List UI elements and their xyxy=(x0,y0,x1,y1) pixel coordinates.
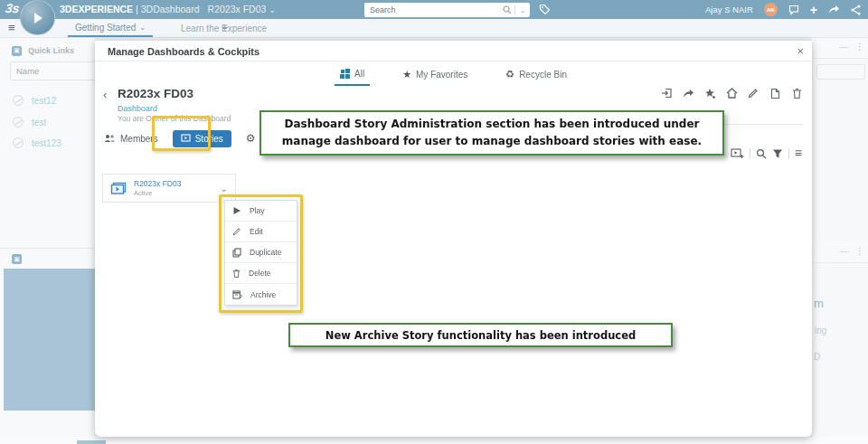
widget-input[interactable] xyxy=(816,64,865,80)
3dcompass-icon[interactable] xyxy=(20,0,55,35)
back-icon[interactable]: ‹ xyxy=(103,88,107,101)
callout-text: New Archive Story functionality has been… xyxy=(326,329,636,342)
widget-header-2: ▣ xyxy=(0,248,95,269)
filter-icon[interactable] xyxy=(772,148,783,159)
list-view-icon[interactable]: ≡ xyxy=(795,149,802,158)
tab-label: My Favorites xyxy=(416,70,467,80)
quick-link-label: test12 xyxy=(32,96,56,106)
search-input[interactable] xyxy=(364,5,500,14)
share-icon[interactable] xyxy=(682,87,694,99)
brand-context[interactable]: R2023x FD03 xyxy=(203,4,267,14)
chat-icon[interactable] xyxy=(788,5,799,15)
tab-recycle-bin[interactable]: ♻ Recycle Bin xyxy=(500,65,572,86)
menu-item-label: Delete xyxy=(249,269,271,278)
menu-item-play[interactable]: Play xyxy=(225,201,297,222)
clipped-text: ing xyxy=(815,326,826,335)
menu-item-delete[interactable]: Delete xyxy=(225,263,297,284)
minimize-icon[interactable]: — xyxy=(840,43,848,52)
clipped-link-text: m xyxy=(814,297,824,310)
menu-item-duplicate[interactable]: Duplicate xyxy=(225,242,297,263)
menu-item-archive[interactable]: Archive xyxy=(225,284,297,305)
tab-my-favorites[interactable]: ★ My Favorites xyxy=(397,65,473,86)
divider xyxy=(750,148,750,159)
search-chevron-icon[interactable]: ⌄ xyxy=(515,6,530,14)
edit-icon xyxy=(232,227,241,236)
dashboard-action-icons xyxy=(660,87,803,99)
annotation-callout-stories: Dashboard Story Administration section h… xyxy=(259,110,724,156)
user-name[interactable]: Ajay S NAIR xyxy=(705,5,753,14)
chevron-down-icon: ⌄ xyxy=(139,24,146,32)
global-search[interactable]: ⌄ xyxy=(364,3,530,17)
leave-dashboard-icon[interactable] xyxy=(660,87,673,99)
minimize-icon[interactable]: — xyxy=(840,247,848,256)
tab-members[interactable]: Members xyxy=(104,134,158,144)
recycle-icon: ♻ xyxy=(505,69,514,80)
manage-dashboards-modal: Manage Dashboards & Cockpits × All ★ My … xyxy=(95,41,812,437)
share-network-icon[interactable] xyxy=(851,5,861,15)
share-arrow-icon[interactable] xyxy=(828,5,840,14)
story-title: R2023x FD03 xyxy=(134,179,221,188)
close-icon[interactable]: × xyxy=(797,44,804,58)
dassault-logo-icon: 3s xyxy=(5,1,21,15)
add-story-icon[interactable] xyxy=(731,148,744,159)
menu-item-label: Duplicate xyxy=(250,248,281,257)
brand-name: 3DEXPERIENCE xyxy=(60,4,133,14)
search-icon[interactable] xyxy=(500,5,514,14)
globe-icon xyxy=(13,117,24,128)
tab-all[interactable]: All xyxy=(335,65,370,86)
add-content-icon[interactable]: + xyxy=(810,4,817,16)
quick-link-item[interactable]: test xyxy=(13,117,46,128)
menu-item-label: Edit xyxy=(250,227,263,236)
tag-icon[interactable] xyxy=(539,4,551,15)
bottom-strip xyxy=(0,437,868,444)
dashboard-name: R2023x FD03 xyxy=(118,87,193,100)
add-favorite-icon[interactable] xyxy=(703,87,716,99)
chevron-down-icon[interactable]: ⌄ xyxy=(221,184,235,194)
quick-link-item[interactable]: test12 xyxy=(13,95,56,106)
tab-label: Members xyxy=(120,134,158,144)
tab-label: Stories xyxy=(195,134,223,144)
modal-title: Manage Dashboards & Cockpits xyxy=(108,46,259,57)
hamburger-menu-icon[interactable]: ≡ xyxy=(8,22,15,33)
right-widget-strip: — ⋮ — ⋮ m ing D xyxy=(812,38,868,437)
members-icon xyxy=(104,134,116,143)
screen: 3s 3DEXPERIENCE| 3DDashboardR2023x FD03⌄… xyxy=(0,0,868,444)
menu-item-label: Archive xyxy=(250,290,276,299)
widget-header-2: — ⋮ xyxy=(812,242,868,263)
edit-icon[interactable] xyxy=(747,87,760,99)
brand-app: | 3DDashboard xyxy=(133,4,202,14)
quick-link-item[interactable]: test123 xyxy=(13,137,61,148)
tab-label: Getting Started xyxy=(75,23,136,33)
widget-app-icon: ▣ xyxy=(12,46,22,56)
widget-content-block xyxy=(4,269,95,411)
tab-stories[interactable]: Stories xyxy=(173,130,231,147)
kebab-menu-icon[interactable]: ⋮ xyxy=(855,42,864,52)
menu-item-edit[interactable]: Edit xyxy=(225,222,297,242)
stories-icon xyxy=(181,134,191,143)
callout-line: manage dashboard for user to manage dash… xyxy=(282,133,702,150)
add-tab-button[interactable]: + xyxy=(222,22,228,34)
story-card[interactable]: R2023x FD03 Active ⌄ xyxy=(102,174,236,203)
trash-icon xyxy=(232,269,241,279)
duplicate-icon xyxy=(232,248,241,258)
widget-header: — ⋮ xyxy=(812,38,868,59)
dashboard-tab-bar: ≡ Getting Started ⌄ Learn the Experience… xyxy=(0,19,868,38)
grid-icon xyxy=(340,69,350,79)
home-icon[interactable] xyxy=(725,87,738,99)
delete-icon[interactable] xyxy=(790,87,803,99)
search-icon[interactable] xyxy=(756,148,767,159)
clipped-text: D xyxy=(814,352,820,362)
document-icon[interactable] xyxy=(769,87,781,99)
top-bar: 3s 3DEXPERIENCE| 3DDashboardR2023x FD03⌄… xyxy=(0,0,868,19)
kebab-menu-icon[interactable]: ⋮ xyxy=(855,246,864,256)
globe-icon xyxy=(13,95,24,106)
avatar[interactable]: AN xyxy=(764,3,778,16)
story-thumbnail-icon xyxy=(103,182,134,195)
quick-links-widget: ▣ Quick Links test12 test test123 ▣ xyxy=(0,38,95,437)
archive-icon xyxy=(232,290,242,299)
tab-getting-started[interactable]: Getting Started ⌄ xyxy=(68,19,153,37)
taskbar-fragment xyxy=(77,440,106,444)
dashboard-type-link[interactable]: Dashboard xyxy=(118,104,157,113)
chevron-down-icon[interactable]: ⌄ xyxy=(266,5,276,14)
quick-link-label: test123 xyxy=(32,138,61,148)
